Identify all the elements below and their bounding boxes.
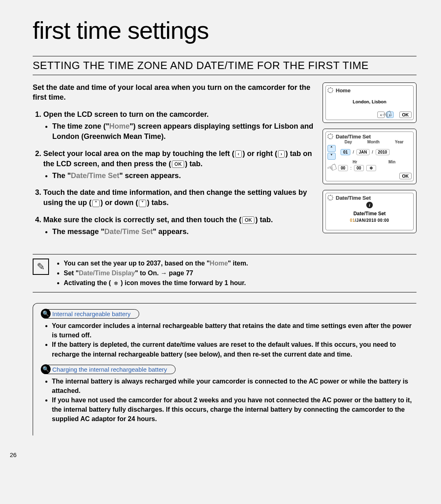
steps-list: Open the LCD screen to turn on the camco… [33, 109, 314, 237]
dst-gear-icon: ✲ [112, 280, 120, 287]
t: You can set the year up to 2037, based o… [64, 260, 210, 267]
up-button[interactable]: ˄ [327, 145, 336, 152]
gear-icon [327, 87, 333, 93]
callout-block: 🔍 Internal rechargeable battery Your cam… [33, 303, 416, 436]
gear-icon [327, 195, 333, 201]
t: ) icon moves the time forward by 1 hour. [121, 279, 246, 286]
t: The time zone (" [52, 122, 109, 130]
step-2: Select your local area on the map by tou… [43, 149, 314, 181]
divider-top [33, 56, 416, 56]
lcd3-value: 01/JAN/2010 00:00 [327, 218, 412, 223]
t: Home [210, 260, 228, 267]
t: The " [52, 172, 71, 180]
right-arrow-icon: › [278, 150, 285, 158]
lcd1-title: Home [336, 87, 350, 94]
lcd-screenshots: Home London, Lisbon ‹ › OK ☜ Date/Time S… [323, 83, 416, 243]
lcd1-right-button[interactable]: › [386, 112, 394, 118]
gear-icon [327, 134, 333, 139]
t: Set " [64, 270, 79, 277]
v: 01 [350, 218, 355, 223]
down-button[interactable]: ˅ [327, 153, 336, 160]
year-value[interactable]: 2010 [376, 149, 390, 155]
note-1: You can set the year up to 2037, based o… [64, 259, 248, 268]
page-number: 26 [10, 451, 17, 458]
hr-value[interactable]: 00 [338, 165, 348, 171]
callout-b2: If the battery is depleted, the current … [52, 340, 412, 359]
lcd2-title: Date/Time Set [336, 134, 371, 140]
intro-text: Set the date and time of your local area… [33, 83, 314, 103]
t: " appears. [153, 227, 189, 236]
note-3: Activating the (✲) icon moves the time f… [64, 278, 248, 288]
step-3: Touch the date and time information, and… [43, 187, 314, 208]
magnifier-icon: 🔍 [41, 364, 51, 374]
left-arrow-icon: ‹ [235, 150, 242, 158]
lcd1-location: London, Lisbon [327, 94, 412, 110]
dst-icon[interactable]: ✲ [366, 165, 376, 171]
divider-notes-top [33, 254, 416, 254]
lcd3-msg: Date/Time Set [327, 211, 412, 216]
step-1-bullet: The time zone ("Home") screen appears di… [52, 121, 314, 142]
magnifier-icon: 🔍 [41, 309, 51, 319]
up-arrow-icon: ˄ [92, 200, 100, 207]
step-4: Make sure the clock is correctly set, an… [43, 215, 314, 237]
t: Make sure the clock is correctly set, an… [43, 216, 241, 224]
lcd-home: Home London, Lisbon ‹ › OK ☜ [323, 83, 416, 123]
t: ) tab. [185, 160, 203, 168]
page-ref: → page 77 [160, 270, 193, 277]
notes-block: ✎ You can set the year up to 2037, based… [33, 259, 416, 288]
t: ) tabs. [147, 198, 169, 207]
lcd1-left-button[interactable]: ‹ [377, 112, 385, 118]
ok-icon: OK [172, 161, 184, 168]
t: " item. [228, 260, 248, 267]
note-icon: ✎ [33, 259, 49, 275]
pill1-label: Internal rechargeable battery [52, 310, 131, 317]
ok-icon-2: OK [242, 216, 254, 224]
page-title: first time settings [33, 16, 416, 45]
down-arrow-icon: ˅ [139, 200, 146, 207]
t: Touch the date and time information, and… [43, 188, 307, 207]
min-value[interactable]: 00 [354, 165, 364, 171]
lcd-datetime: Date/Time Set Day Month Year ˄ ˅ 01/ JAN… [323, 129, 416, 184]
step-2-bullet: The "Date/Time Set" screen appears. [52, 171, 314, 181]
step-4-bullet: The message "Date/Time Set" appears. [52, 227, 314, 237]
lcd-confirm: Date/Time Set i Date/Time Set 01/JAN/201… [323, 190, 416, 233]
month-value[interactable]: JAN [356, 149, 370, 155]
callout-pill-2: 🔍 Charging the internal rechargeable bat… [41, 365, 176, 374]
t: " screen appears. [119, 172, 181, 180]
lcd1-ok-button[interactable]: OK [399, 112, 412, 118]
t: ) tab. [255, 216, 273, 224]
step-1-text: Open the LCD screen to turn on the camco… [43, 110, 209, 118]
lcd3-title: Date/Time Set [336, 195, 371, 201]
divider-notes-bottom [33, 292, 416, 292]
lcd2-ok-button[interactable]: OK [399, 173, 412, 179]
l: Day [345, 140, 352, 144]
pill2-label: Charging the internal rechargeable batte… [52, 366, 167, 373]
dts-grey: Date/Time Set [71, 172, 120, 180]
callout-b4: If you have not used the camcorder for a… [52, 395, 412, 424]
l: Hr [352, 160, 357, 164]
l: Year [395, 140, 403, 144]
step-1: Open the LCD screen to turn on the camco… [43, 109, 314, 142]
callout-b1: Your camcorder includes a internal recha… [52, 321, 412, 340]
l: Min [388, 160, 395, 164]
info-icon: i [366, 202, 373, 208]
t: Select your local area on the map by tou… [43, 149, 234, 158]
l: Month [368, 140, 380, 144]
dts-grey-2: Date/Time Set [105, 227, 153, 236]
v: /JAN/2010 00:00 [355, 218, 389, 223]
t: The message " [52, 227, 105, 236]
t: ) or right ( [243, 149, 277, 158]
section-heading: SETTING THE TIME ZONE AND DATE/TIME FOR … [33, 59, 416, 75]
t: ) or down ( [100, 198, 138, 207]
day-value[interactable]: 01 [341, 149, 350, 155]
home-grey: Home [109, 122, 130, 130]
note-2: Set "Date/Time Display" to On. → page 77 [64, 268, 248, 278]
t: Date/Time Display [79, 270, 135, 277]
t: " to On. [135, 270, 160, 277]
callout-b3: The internal battery is always recharged… [52, 377, 412, 395]
t: Activating the ( [64, 279, 111, 286]
callout-pill-1: 🔍 Internal rechargeable battery [41, 309, 139, 319]
